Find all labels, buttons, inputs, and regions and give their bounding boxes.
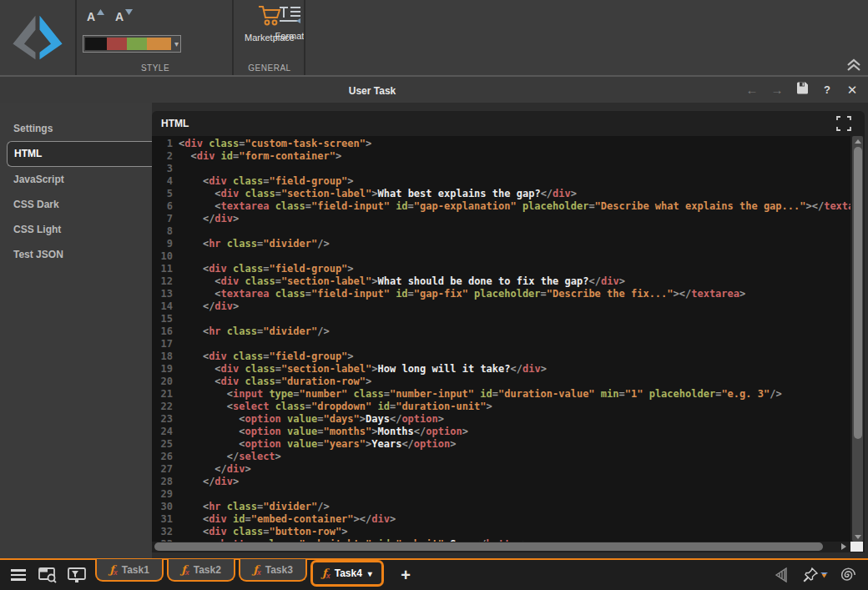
code-line[interactable]: 8 <box>152 225 850 238</box>
help-button[interactable]: ? <box>820 83 835 98</box>
code-line[interactable]: 26 </select> <box>152 451 850 463</box>
save-button[interactable] <box>795 82 810 98</box>
task-tab-label: Task2 <box>194 564 221 576</box>
code-line[interactable]: 15 <box>152 313 850 325</box>
marketplace-button[interactable]: Marketplace <box>244 5 295 43</box>
code-line[interactable]: 30 <hr class="divider"/> <box>152 501 850 513</box>
code-line[interactable]: 28 </div> <box>152 476 850 488</box>
hatched-triangle-icon <box>774 567 790 583</box>
task-tab-label: Task3 <box>265 564 293 576</box>
line-number: 13 <box>152 288 173 300</box>
code-line-text <box>179 163 184 175</box>
code-line[interactable]: 16 <hr class="divider"/> <box>152 325 850 338</box>
line-number: 12 <box>152 275 173 288</box>
scroll-right-button[interactable] <box>841 543 846 550</box>
line-number: 14 <box>152 300 173 313</box>
hamburger-icon <box>11 569 26 581</box>
task-tab-task1[interactable]: ƒxTask1 <box>95 559 164 582</box>
code-line[interactable]: 20 <div class="duration-row"> <box>152 376 850 388</box>
code-line[interactable]: 4 <div class="field-group"> <box>152 175 850 188</box>
resize-corner-handle[interactable] <box>850 542 863 552</box>
code-line[interactable]: 12 <div class="section-label">What shoul… <box>152 275 850 288</box>
color-palette-picker[interactable]: ▾ <box>83 35 181 53</box>
back-button[interactable]: ← <box>744 83 760 98</box>
scroll-up-button[interactable] <box>852 136 863 146</box>
font-decrease-button[interactable]: A <box>114 8 134 27</box>
app-window: A A ▾ <box>0 0 868 590</box>
horizontal-scrollbar[interactable] <box>154 542 836 551</box>
sidebar-item-javascript[interactable]: JavaScript <box>0 167 152 192</box>
code-line[interactable]: 25 <option value="years">Years</option> <box>152 438 850 451</box>
code-line[interactable]: 33 <button class="submit-btn" id="submit… <box>152 538 850 542</box>
font-increase-button[interactable]: A <box>85 8 105 27</box>
forward-button[interactable]: → <box>770 83 785 98</box>
code-line[interactable]: 19 <div class="section-label">How long w… <box>152 363 850 376</box>
line-number: 20 <box>152 376 173 388</box>
line-number: 25 <box>152 438 173 451</box>
fx-icon: ƒx <box>322 567 331 580</box>
code-line[interactable]: 1<div class="custom-task-screen"> <box>152 138 850 150</box>
sidebar-item-css-dark[interactable]: CSS Dark <box>0 192 152 217</box>
new-tab-button[interactable]: + <box>396 565 416 585</box>
pin-dropdown-caret-icon <box>820 572 828 578</box>
code-line-text: <textarea class="field-input" id="gap-fi… <box>179 288 745 300</box>
filter-icon <box>68 567 86 583</box>
levels-button[interactable] <box>772 565 792 585</box>
task-tab-task2[interactable]: ƒxTask2 <box>167 559 235 582</box>
code-line[interactable]: 22 <select class="dropdown" id="duration… <box>152 401 850 413</box>
vertical-scrollbar-thumb[interactable] <box>854 147 862 439</box>
code-line[interactable]: 27 </div> <box>152 463 850 476</box>
pushpin-icon <box>802 567 819 583</box>
code-line[interactable]: 21 <input type="number" class="number-in… <box>152 388 850 401</box>
task-tab-task4[interactable]: ƒxTask4▾ <box>310 560 384 587</box>
code-line[interactable]: 24 <option value="months">Months</option… <box>152 426 850 438</box>
line-number: 7 <box>152 213 173 225</box>
screen-search-icon <box>38 567 57 583</box>
code-editor[interactable]: 1<div class="custom-task-screen">2 <div … <box>152 136 850 542</box>
caret-down-icon <box>125 9 133 15</box>
code-line[interactable]: 7 </div> <box>152 213 850 225</box>
vertical-scrollbar[interactable] <box>852 136 863 542</box>
code-line-text: </div> <box>179 300 239 313</box>
code-line[interactable]: 3 <box>152 163 850 175</box>
diagram-overview-button[interactable] <box>38 565 58 585</box>
code-line[interactable]: 29 <box>152 488 850 501</box>
code-line[interactable]: 31 <div id="embed-container"></div> <box>152 513 850 526</box>
code-line[interactable]: 32 <div class="button-row"> <box>152 526 850 538</box>
scroll-down-button[interactable] <box>852 532 863 542</box>
code-line-text <box>179 225 184 238</box>
code-line-text: <div id="form-container"> <box>179 150 341 163</box>
menu-button[interactable] <box>8 565 28 585</box>
pin-button[interactable] <box>802 567 828 583</box>
code-line[interactable]: 18 <div class="field-group"> <box>152 350 850 363</box>
filter-button[interactable] <box>67 565 87 585</box>
line-number: 30 <box>152 501 173 513</box>
code-line[interactable]: 14 </div> <box>152 300 850 313</box>
line-number: 1 <box>152 138 173 150</box>
sidebar-item-test-json[interactable]: Test JSON <box>0 242 152 267</box>
horizontal-scrollbar-thumb[interactable] <box>154 542 823 551</box>
code-line[interactable]: 13 <textarea class="field-input" id="gap… <box>152 288 850 300</box>
line-number: 24 <box>152 426 173 438</box>
task-tab-task3[interactable]: ƒxTask3 <box>239 559 307 582</box>
sidebar-item-css-light[interactable]: CSS Light <box>0 217 152 242</box>
sidebar-item-html[interactable]: HTML <box>7 141 152 167</box>
caret-up-icon <box>97 9 104 15</box>
editor-panel-header: HTML <box>152 111 865 136</box>
code-line[interactable]: 11 <div class="field-group"> <box>152 263 850 275</box>
sidebar-item-settings[interactable]: Settings <box>0 116 152 141</box>
spiral-button[interactable] <box>838 565 858 585</box>
fullscreen-button[interactable] <box>836 116 851 131</box>
plus-icon: + <box>401 566 411 584</box>
code-line[interactable]: 10 <box>152 250 850 263</box>
close-button[interactable]: ✕ <box>845 83 860 98</box>
code-line[interactable]: 9 <hr class="divider"/> <box>152 238 850 250</box>
code-line-text <box>179 488 184 501</box>
code-line[interactable]: 5 <div class="section-label">What best e… <box>152 188 850 200</box>
code-line[interactable]: 2 <div id="form-container"> <box>152 150 850 163</box>
code-line[interactable]: 17 <box>152 338 850 350</box>
app-logo[interactable] <box>0 0 77 75</box>
code-line[interactable]: 23 <option value="days">Days</option> <box>152 413 850 426</box>
code-line[interactable]: 6 <textarea class="field-input" id="gap-… <box>152 200 850 213</box>
collapse-ribbon-button[interactable] <box>846 58 861 72</box>
